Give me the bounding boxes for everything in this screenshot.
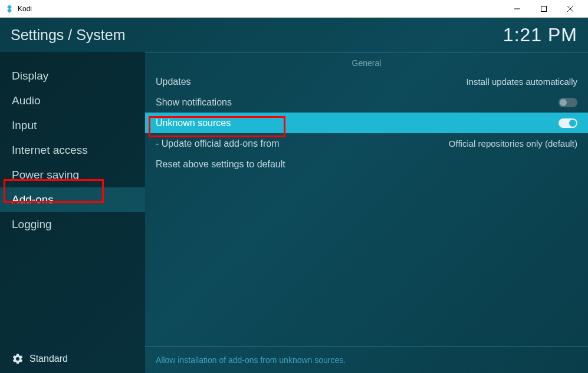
window-controls	[504, 0, 583, 18]
sidebar-item-internet-access[interactable]: Internet access	[0, 138, 145, 163]
section-header-general: General	[145, 52, 588, 71]
setting-label: Show notifications	[156, 97, 232, 108]
settings-level-label: Standard	[29, 354, 68, 364]
sidebar-item-input[interactable]: Input	[0, 113, 145, 138]
svg-rect-1	[541, 6, 546, 11]
app-header: Settings / System 1:21 PM	[0, 18, 588, 52]
toggle-on[interactable]	[559, 118, 577, 128]
window-titlebar: Kodi	[0, 0, 588, 18]
setting-value: Official repositories only (default)	[449, 138, 577, 148]
window-title: Kodi	[18, 5, 504, 13]
setting-label: Unknown sources	[156, 118, 231, 128]
setting-label: Reset above settings to default	[156, 159, 285, 170]
sidebar-item-add-ons[interactable]: Add-ons	[0, 187, 145, 212]
content-body: Display Audio Input Internet access Powe…	[0, 52, 588, 373]
settings-main: General Updates Install updates automati…	[145, 52, 588, 373]
clock: 1:21 PM	[503, 24, 577, 46]
sidebar-item-audio[interactable]: Audio	[0, 88, 145, 113]
sidebar-item-power-saving[interactable]: Power saving	[0, 163, 145, 187]
minimize-button[interactable]	[504, 0, 530, 18]
maximize-button[interactable]	[530, 0, 557, 18]
setting-unknown-sources[interactable]: Unknown sources	[145, 113, 588, 133]
toggle-off[interactable]	[559, 98, 577, 107]
setting-value: Install updates automatically	[467, 77, 577, 87]
sidebar-item-display[interactable]: Display	[0, 64, 145, 88]
app-body: Settings / System 1:21 PM Display Audio …	[0, 18, 588, 373]
setting-update-official-addons[interactable]: - Update official add-ons from Official …	[145, 133, 588, 154]
settings-sidebar: Display Audio Input Internet access Powe…	[0, 52, 145, 373]
gear-icon	[12, 353, 24, 365]
setting-reset-defaults[interactable]: Reset above settings to default	[145, 154, 588, 174]
setting-updates[interactable]: Updates Install updates automatically	[145, 71, 588, 92]
setting-label: - Update official add-ons from	[156, 138, 280, 149]
settings-level[interactable]: Standard	[0, 345, 145, 373]
setting-show-notifications[interactable]: Show notifications	[145, 92, 588, 113]
app-icon	[5, 4, 14, 14]
breadcrumb: Settings / System	[11, 27, 126, 44]
sidebar-item-logging[interactable]: Logging	[0, 212, 145, 237]
setting-label: Updates	[156, 77, 191, 87]
close-button[interactable]	[557, 0, 583, 18]
help-footer: Allow installation of add-ons from unkno…	[145, 346, 588, 373]
